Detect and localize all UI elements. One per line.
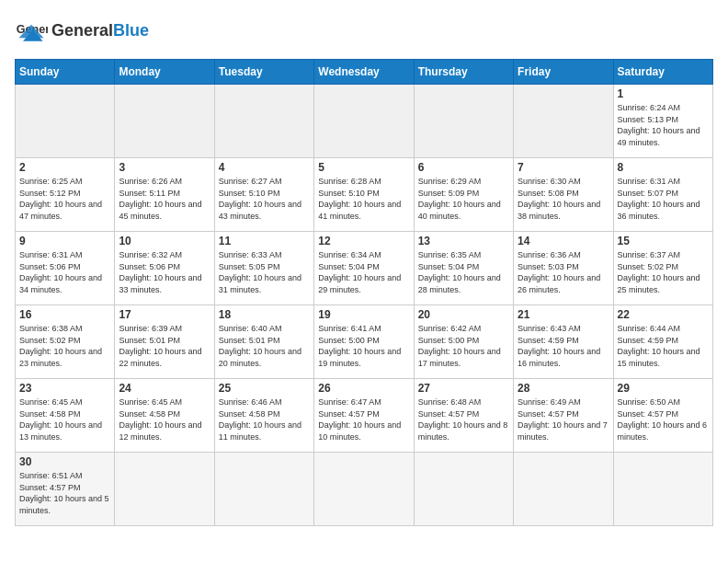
calendar-cell: 11Sunrise: 6:33 AM Sunset: 5:05 PM Dayli… [214,232,313,305]
calendar-cell: 30Sunrise: 6:51 AM Sunset: 4:57 PM Dayli… [16,453,115,526]
calendar-week-row: 23Sunrise: 6:45 AM Sunset: 4:58 PM Dayli… [16,379,713,453]
weekday-header-wednesday: Wednesday [314,60,414,85]
calendar-cell: 26Sunrise: 6:47 AM Sunset: 4:57 PM Dayli… [314,379,414,453]
day-number: 10 [119,235,210,247]
calendar-cell [16,85,115,158]
day-info: Sunrise: 6:44 AM Sunset: 4:59 PM Dayligh… [618,323,709,369]
day-info: Sunrise: 6:45 AM Sunset: 4:58 PM Dayligh… [119,396,210,442]
day-number: 22 [618,308,709,321]
calendar-cell: 5Sunrise: 6:28 AM Sunset: 5:10 PM Daylig… [314,158,414,232]
day-info: Sunrise: 6:29 AM Sunset: 5:09 PM Dayligh… [418,176,509,222]
calendar-cell [214,85,313,158]
day-number: 7 [518,161,609,174]
calendar-header-row: SundayMondayTuesdayWednesdayThursdayFrid… [16,60,713,85]
day-info: Sunrise: 6:49 AM Sunset: 4:57 PM Dayligh… [518,396,609,442]
day-info: Sunrise: 6:51 AM Sunset: 4:57 PM Dayligh… [19,470,110,516]
day-number: 5 [318,161,409,174]
day-number: 3 [119,161,210,174]
day-info: Sunrise: 6:28 AM Sunset: 5:10 PM Dayligh… [318,176,409,222]
day-number: 6 [418,161,509,174]
calendar-cell: 18Sunrise: 6:40 AM Sunset: 5:01 PM Dayli… [214,305,313,379]
weekday-header-thursday: Thursday [414,60,513,85]
calendar-cell: 1Sunrise: 6:24 AM Sunset: 5:13 PM Daylig… [613,85,712,158]
day-number: 18 [219,308,310,321]
calendar-cell [214,453,313,526]
calendar-cell: 20Sunrise: 6:42 AM Sunset: 5:00 PM Dayli… [414,305,513,379]
calendar-cell: 17Sunrise: 6:39 AM Sunset: 5:01 PM Dayli… [115,305,214,379]
day-info: Sunrise: 6:37 AM Sunset: 5:02 PM Dayligh… [618,249,709,295]
day-number: 26 [318,382,409,395]
day-number: 28 [518,382,609,395]
day-number: 8 [618,161,709,174]
calendar-cell: 14Sunrise: 6:36 AM Sunset: 5:03 PM Dayli… [514,232,613,305]
day-number: 15 [618,235,709,247]
calendar-week-row: 2Sunrise: 6:25 AM Sunset: 5:12 PM Daylig… [16,158,713,232]
day-info: Sunrise: 6:38 AM Sunset: 5:02 PM Dayligh… [19,323,110,369]
calendar-cell [514,453,613,526]
calendar-cell: 13Sunrise: 6:35 AM Sunset: 5:04 PM Dayli… [414,232,513,305]
day-info: Sunrise: 6:32 AM Sunset: 5:06 PM Dayligh… [119,249,210,295]
calendar-cell: 22Sunrise: 6:44 AM Sunset: 4:59 PM Dayli… [613,305,712,379]
weekday-header-saturday: Saturday [613,60,712,85]
day-info: Sunrise: 6:41 AM Sunset: 5:00 PM Dayligh… [318,323,409,369]
calendar-cell: 2Sunrise: 6:25 AM Sunset: 5:12 PM Daylig… [16,158,115,232]
day-number: 27 [418,382,509,395]
calendar-cell: 6Sunrise: 6:29 AM Sunset: 5:09 PM Daylig… [414,158,513,232]
day-info: Sunrise: 6:39 AM Sunset: 5:01 PM Dayligh… [119,323,210,369]
weekday-header-friday: Friday [514,60,613,85]
day-number: 1 [618,87,709,100]
calendar-cell: 16Sunrise: 6:38 AM Sunset: 5:02 PM Dayli… [16,305,115,379]
day-info: Sunrise: 6:35 AM Sunset: 5:04 PM Dayligh… [418,249,509,295]
day-info: Sunrise: 6:31 AM Sunset: 5:07 PM Dayligh… [618,176,709,222]
calendar-week-row: 9Sunrise: 6:31 AM Sunset: 5:06 PM Daylig… [16,232,713,305]
day-number: 12 [318,235,409,247]
calendar-week-row: 30Sunrise: 6:51 AM Sunset: 4:57 PM Dayli… [16,453,713,526]
calendar-cell [115,85,214,158]
logo-icon: General [15,15,48,48]
calendar-cell: 27Sunrise: 6:48 AM Sunset: 4:57 PM Dayli… [414,379,513,453]
weekday-header-monday: Monday [115,60,214,85]
calendar-cell [115,453,214,526]
calendar-cell: 19Sunrise: 6:41 AM Sunset: 5:00 PM Dayli… [314,305,414,379]
calendar-cell: 25Sunrise: 6:46 AM Sunset: 4:58 PM Dayli… [214,379,313,453]
day-number: 29 [618,382,709,395]
day-number: 16 [19,308,110,321]
calendar-week-row: 1Sunrise: 6:24 AM Sunset: 5:13 PM Daylig… [16,85,713,158]
day-number: 23 [19,382,110,395]
day-number: 21 [518,308,609,321]
day-number: 30 [19,455,110,468]
day-number: 17 [119,308,210,321]
day-number: 25 [219,382,310,395]
calendar-cell [314,85,414,158]
day-info: Sunrise: 6:43 AM Sunset: 4:59 PM Dayligh… [518,323,609,369]
day-info: Sunrise: 6:24 AM Sunset: 5:13 PM Dayligh… [618,102,709,148]
day-number: 19 [318,308,409,321]
day-info: Sunrise: 6:42 AM Sunset: 5:00 PM Dayligh… [418,323,509,369]
calendar-cell: 29Sunrise: 6:50 AM Sunset: 4:57 PM Dayli… [613,379,712,453]
day-info: Sunrise: 6:48 AM Sunset: 4:57 PM Dayligh… [418,396,509,442]
day-number: 9 [19,235,110,247]
day-info: Sunrise: 6:46 AM Sunset: 4:58 PM Dayligh… [219,396,310,442]
day-info: Sunrise: 6:34 AM Sunset: 5:04 PM Dayligh… [318,249,409,295]
logo: General GeneralBlue [15,15,149,48]
page-header: General GeneralBlue [15,15,713,48]
day-info: Sunrise: 6:26 AM Sunset: 5:11 PM Dayligh… [119,176,210,222]
calendar-cell: 3Sunrise: 6:26 AM Sunset: 5:11 PM Daylig… [115,158,214,232]
day-number: 24 [119,382,210,395]
calendar-cell: 15Sunrise: 6:37 AM Sunset: 5:02 PM Dayli… [613,232,712,305]
day-number: 14 [518,235,609,247]
calendar-cell: 28Sunrise: 6:49 AM Sunset: 4:57 PM Dayli… [514,379,613,453]
day-number: 13 [418,235,509,247]
day-info: Sunrise: 6:30 AM Sunset: 5:08 PM Dayligh… [518,176,609,222]
weekday-header-tuesday: Tuesday [214,60,313,85]
day-number: 2 [19,161,110,174]
day-info: Sunrise: 6:50 AM Sunset: 4:57 PM Dayligh… [618,396,709,442]
calendar-cell [414,85,513,158]
calendar-cell [514,85,613,158]
calendar-cell: 12Sunrise: 6:34 AM Sunset: 5:04 PM Dayli… [314,232,414,305]
day-number: 4 [219,161,310,174]
calendar-cell: 23Sunrise: 6:45 AM Sunset: 4:58 PM Dayli… [16,379,115,453]
day-info: Sunrise: 6:36 AM Sunset: 5:03 PM Dayligh… [518,249,609,295]
calendar-cell: 7Sunrise: 6:30 AM Sunset: 5:08 PM Daylig… [514,158,613,232]
day-number: 11 [219,235,310,247]
